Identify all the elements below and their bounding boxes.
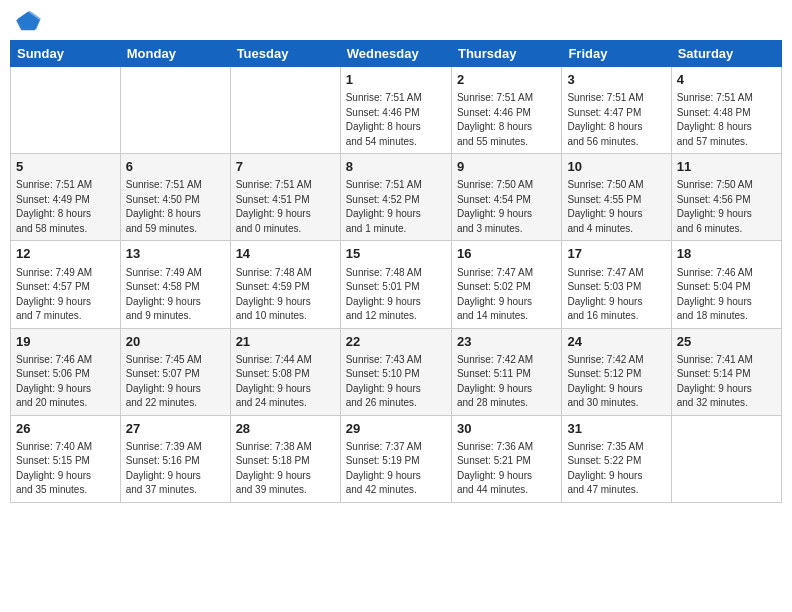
logo [14,10,46,32]
calendar-week-5: 26Sunrise: 7:40 AM Sunset: 5:15 PM Dayli… [11,415,782,502]
calendar-cell: 23Sunrise: 7:42 AM Sunset: 5:11 PM Dayli… [451,328,561,415]
day-info: Sunrise: 7:42 AM Sunset: 5:12 PM Dayligh… [567,353,665,411]
day-info: Sunrise: 7:45 AM Sunset: 5:07 PM Dayligh… [126,353,225,411]
calendar-cell [11,67,121,154]
day-info: Sunrise: 7:51 AM Sunset: 4:46 PM Dayligh… [346,91,446,149]
day-info: Sunrise: 7:50 AM Sunset: 4:55 PM Dayligh… [567,178,665,236]
calendar-cell: 8Sunrise: 7:51 AM Sunset: 4:52 PM Daylig… [340,154,451,241]
calendar-cell: 24Sunrise: 7:42 AM Sunset: 5:12 PM Dayli… [562,328,671,415]
day-info: Sunrise: 7:48 AM Sunset: 5:01 PM Dayligh… [346,266,446,324]
day-info: Sunrise: 7:51 AM Sunset: 4:52 PM Dayligh… [346,178,446,236]
day-number: 21 [236,333,335,351]
calendar-cell: 31Sunrise: 7:35 AM Sunset: 5:22 PM Dayli… [562,415,671,502]
day-info: Sunrise: 7:51 AM Sunset: 4:51 PM Dayligh… [236,178,335,236]
day-number: 13 [126,245,225,263]
day-number: 18 [677,245,776,263]
calendar-cell: 12Sunrise: 7:49 AM Sunset: 4:57 PM Dayli… [11,241,121,328]
header-day-wednesday: Wednesday [340,41,451,67]
day-number: 7 [236,158,335,176]
calendar-cell: 19Sunrise: 7:46 AM Sunset: 5:06 PM Dayli… [11,328,121,415]
calendar-cell [230,67,340,154]
day-info: Sunrise: 7:49 AM Sunset: 4:57 PM Dayligh… [16,266,115,324]
calendar-cell: 11Sunrise: 7:50 AM Sunset: 4:56 PM Dayli… [671,154,781,241]
header-row: SundayMondayTuesdayWednesdayThursdayFrid… [11,41,782,67]
calendar-table: SundayMondayTuesdayWednesdayThursdayFrid… [10,40,782,503]
calendar-cell: 13Sunrise: 7:49 AM Sunset: 4:58 PM Dayli… [120,241,230,328]
day-number: 30 [457,420,556,438]
calendar-cell: 4Sunrise: 7:51 AM Sunset: 4:48 PM Daylig… [671,67,781,154]
day-info: Sunrise: 7:50 AM Sunset: 4:54 PM Dayligh… [457,178,556,236]
day-number: 9 [457,158,556,176]
day-number: 12 [16,245,115,263]
day-number: 25 [677,333,776,351]
day-info: Sunrise: 7:36 AM Sunset: 5:21 PM Dayligh… [457,440,556,498]
day-number: 14 [236,245,335,263]
calendar-cell: 5Sunrise: 7:51 AM Sunset: 4:49 PM Daylig… [11,154,121,241]
header-day-monday: Monday [120,41,230,67]
day-number: 3 [567,71,665,89]
day-info: Sunrise: 7:48 AM Sunset: 4:59 PM Dayligh… [236,266,335,324]
day-number: 17 [567,245,665,263]
day-number: 4 [677,71,776,89]
day-number: 26 [16,420,115,438]
calendar-cell: 17Sunrise: 7:47 AM Sunset: 5:03 PM Dayli… [562,241,671,328]
day-number: 11 [677,158,776,176]
day-info: Sunrise: 7:39 AM Sunset: 5:16 PM Dayligh… [126,440,225,498]
calendar-cell: 22Sunrise: 7:43 AM Sunset: 5:10 PM Dayli… [340,328,451,415]
day-info: Sunrise: 7:51 AM Sunset: 4:47 PM Dayligh… [567,91,665,149]
calendar-week-2: 5Sunrise: 7:51 AM Sunset: 4:49 PM Daylig… [11,154,782,241]
calendar-cell: 28Sunrise: 7:38 AM Sunset: 5:18 PM Dayli… [230,415,340,502]
calendar-cell: 25Sunrise: 7:41 AM Sunset: 5:14 PM Dayli… [671,328,781,415]
day-info: Sunrise: 7:46 AM Sunset: 5:06 PM Dayligh… [16,353,115,411]
calendar-week-1: 1Sunrise: 7:51 AM Sunset: 4:46 PM Daylig… [11,67,782,154]
day-number: 6 [126,158,225,176]
calendar-cell: 1Sunrise: 7:51 AM Sunset: 4:46 PM Daylig… [340,67,451,154]
header-day-tuesday: Tuesday [230,41,340,67]
day-number: 10 [567,158,665,176]
calendar-cell: 2Sunrise: 7:51 AM Sunset: 4:46 PM Daylig… [451,67,561,154]
day-info: Sunrise: 7:51 AM Sunset: 4:48 PM Dayligh… [677,91,776,149]
header-day-saturday: Saturday [671,41,781,67]
day-number: 16 [457,245,556,263]
calendar-cell: 20Sunrise: 7:45 AM Sunset: 5:07 PM Dayli… [120,328,230,415]
page-header [10,10,782,32]
calendar-cell: 6Sunrise: 7:51 AM Sunset: 4:50 PM Daylig… [120,154,230,241]
calendar-cell: 27Sunrise: 7:39 AM Sunset: 5:16 PM Dayli… [120,415,230,502]
day-number: 1 [346,71,446,89]
calendar-cell: 18Sunrise: 7:46 AM Sunset: 5:04 PM Dayli… [671,241,781,328]
day-number: 2 [457,71,556,89]
day-info: Sunrise: 7:38 AM Sunset: 5:18 PM Dayligh… [236,440,335,498]
calendar-cell: 7Sunrise: 7:51 AM Sunset: 4:51 PM Daylig… [230,154,340,241]
day-info: Sunrise: 7:37 AM Sunset: 5:19 PM Dayligh… [346,440,446,498]
calendar-cell: 30Sunrise: 7:36 AM Sunset: 5:21 PM Dayli… [451,415,561,502]
calendar-cell: 3Sunrise: 7:51 AM Sunset: 4:47 PM Daylig… [562,67,671,154]
day-info: Sunrise: 7:47 AM Sunset: 5:03 PM Dayligh… [567,266,665,324]
day-info: Sunrise: 7:35 AM Sunset: 5:22 PM Dayligh… [567,440,665,498]
day-info: Sunrise: 7:49 AM Sunset: 4:58 PM Dayligh… [126,266,225,324]
calendar-cell: 26Sunrise: 7:40 AM Sunset: 5:15 PM Dayli… [11,415,121,502]
calendar-cell: 16Sunrise: 7:47 AM Sunset: 5:02 PM Dayli… [451,241,561,328]
day-number: 28 [236,420,335,438]
header-day-friday: Friday [562,41,671,67]
day-info: Sunrise: 7:51 AM Sunset: 4:50 PM Dayligh… [126,178,225,236]
day-info: Sunrise: 7:46 AM Sunset: 5:04 PM Dayligh… [677,266,776,324]
day-info: Sunrise: 7:50 AM Sunset: 4:56 PM Dayligh… [677,178,776,236]
calendar-cell [671,415,781,502]
day-number: 19 [16,333,115,351]
calendar-cell: 15Sunrise: 7:48 AM Sunset: 5:01 PM Dayli… [340,241,451,328]
header-day-sunday: Sunday [11,41,121,67]
day-info: Sunrise: 7:44 AM Sunset: 5:08 PM Dayligh… [236,353,335,411]
day-number: 31 [567,420,665,438]
header-day-thursday: Thursday [451,41,561,67]
calendar-cell: 21Sunrise: 7:44 AM Sunset: 5:08 PM Dayli… [230,328,340,415]
day-info: Sunrise: 7:40 AM Sunset: 5:15 PM Dayligh… [16,440,115,498]
calendar-week-3: 12Sunrise: 7:49 AM Sunset: 4:57 PM Dayli… [11,241,782,328]
day-info: Sunrise: 7:51 AM Sunset: 4:49 PM Dayligh… [16,178,115,236]
day-info: Sunrise: 7:41 AM Sunset: 5:14 PM Dayligh… [677,353,776,411]
calendar-cell: 9Sunrise: 7:50 AM Sunset: 4:54 PM Daylig… [451,154,561,241]
day-info: Sunrise: 7:51 AM Sunset: 4:46 PM Dayligh… [457,91,556,149]
day-info: Sunrise: 7:42 AM Sunset: 5:11 PM Dayligh… [457,353,556,411]
day-number: 5 [16,158,115,176]
day-number: 15 [346,245,446,263]
day-number: 23 [457,333,556,351]
